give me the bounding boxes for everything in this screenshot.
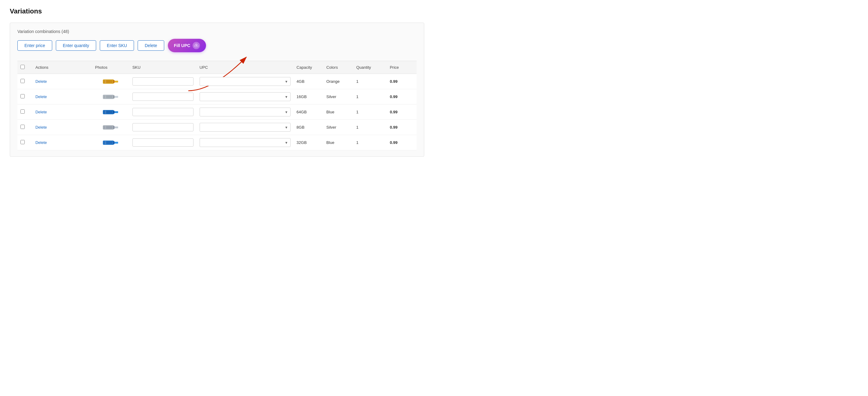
usb-image: [95, 139, 126, 147]
row-actions-cell: Delete: [32, 105, 92, 120]
row-sku-cell[interactable]: [129, 135, 196, 150]
row-checkbox[interactable]: [21, 125, 25, 129]
row-delete-link[interactable]: Delete: [35, 125, 47, 130]
fill-upc-button[interactable]: Fill UPC: [168, 39, 206, 52]
page-container: Variations Variation combinations (48) E…: [0, 0, 434, 164]
row-price-cell: 0.99: [387, 74, 416, 89]
row-checkbox[interactable]: [21, 94, 25, 98]
quantity-value: 1: [356, 79, 358, 84]
header-actions: Actions: [32, 61, 92, 74]
upc-select[interactable]: [199, 92, 290, 101]
row-checkbox-cell[interactable]: [18, 105, 32, 120]
row-upc-cell[interactable]: ▼: [196, 135, 293, 150]
header-select-all[interactable]: [18, 61, 32, 74]
row-checkbox[interactable]: [21, 79, 25, 83]
enter-price-button[interactable]: Enter price: [18, 40, 52, 51]
row-quantity-cell: 1: [353, 74, 387, 89]
upc-select[interactable]: [199, 123, 290, 132]
price-value: 0.99: [390, 94, 397, 99]
row-checkbox[interactable]: [21, 109, 25, 114]
upc-select[interactable]: [199, 138, 290, 147]
enter-quantity-button[interactable]: Enter quantity: [56, 40, 96, 51]
row-actions-cell: Delete: [32, 74, 92, 89]
svg-rect-15: [113, 111, 115, 114]
toolbar: Enter price Enter quantity Enter SKU Del…: [18, 39, 416, 52]
row-upc-cell[interactable]: ▼: [196, 120, 293, 135]
row-upc-cell[interactable]: ▼: [196, 74, 293, 89]
row-upc-cell[interactable]: ▼: [196, 105, 293, 120]
header-sku: SKU: [129, 61, 196, 74]
row-photo-cell: [92, 105, 129, 120]
row-sku-cell[interactable]: [129, 74, 196, 89]
row-price-cell: 0.99: [387, 89, 416, 105]
upc-select-wrapper: ▼: [199, 92, 290, 101]
price-value: 0.99: [390, 125, 397, 130]
row-checkbox-cell[interactable]: [18, 89, 32, 105]
header-upc: UPC: [196, 61, 293, 74]
row-checkbox-cell[interactable]: [18, 120, 32, 135]
select-all-checkbox[interactable]: [21, 65, 25, 69]
quantity-value: 1: [356, 110, 358, 114]
row-upc-cell[interactable]: ▼: [196, 89, 293, 105]
sku-input[interactable]: [132, 92, 193, 101]
table-row: Delete ▼ 32GB: [18, 135, 416, 150]
colors-value: Blue: [326, 110, 334, 114]
row-sku-cell[interactable]: [129, 89, 196, 105]
colors-value: Silver: [326, 94, 336, 99]
row-delete-link[interactable]: Delete: [35, 110, 47, 114]
row-checkbox-cell[interactable]: [18, 74, 32, 89]
row-photo-cell: [92, 135, 129, 150]
row-sku-cell[interactable]: [129, 105, 196, 120]
svg-rect-25: [113, 141, 115, 144]
sku-input[interactable]: [132, 123, 193, 132]
upc-select[interactable]: [199, 77, 290, 86]
table-row: Delete ▼ 16GB: [18, 89, 416, 105]
upc-select[interactable]: [199, 108, 290, 116]
colors-value: Blue: [326, 140, 334, 145]
usb-image: [95, 123, 126, 132]
row-delete-link[interactable]: Delete: [35, 94, 47, 99]
cloud-upload-icon: [193, 42, 200, 49]
colors-value: Silver: [326, 125, 336, 130]
capacity-value: 64GB: [297, 110, 307, 114]
header-colors: Colors: [323, 61, 353, 74]
header-photos: Photos: [92, 61, 129, 74]
sku-input[interactable]: [132, 108, 193, 116]
row-checkbox[interactable]: [21, 140, 25, 144]
svg-rect-24: [114, 142, 118, 144]
upc-select-wrapper: ▼: [199, 138, 290, 147]
row-delete-link[interactable]: Delete: [35, 79, 47, 84]
svg-rect-21: [105, 126, 106, 129]
table-row: Delete ▼ 4GB: [18, 74, 416, 89]
capacity-value: 4GB: [297, 79, 305, 84]
row-price-cell: 0.99: [387, 105, 416, 120]
row-capacity-cell: 64GB: [293, 105, 323, 120]
header-quantity: Quantity: [353, 61, 387, 74]
row-photo-cell: [92, 74, 129, 89]
svg-rect-5: [113, 80, 115, 83]
row-colors-cell: Orange: [323, 74, 353, 89]
upc-select-wrapper: ▼: [199, 108, 290, 116]
upc-select-wrapper: ▼: [199, 123, 290, 132]
row-photo-cell: [92, 120, 129, 135]
price-value: 0.99: [390, 140, 397, 145]
fill-upc-label: Fill UPC: [174, 43, 190, 48]
row-delete-link[interactable]: Delete: [35, 140, 47, 145]
row-quantity-cell: 1: [353, 120, 387, 135]
table-row: Delete ▼ 64GB: [18, 105, 416, 120]
sku-input[interactable]: [132, 77, 193, 86]
sku-input[interactable]: [132, 138, 193, 147]
header-capacity: Capacity: [293, 61, 323, 74]
row-checkbox-cell[interactable]: [18, 135, 32, 150]
table-row: Delete ▼ 8GB: [18, 120, 416, 135]
row-sku-cell[interactable]: [129, 120, 196, 135]
quantity-value: 1: [356, 125, 358, 130]
capacity-value: 32GB: [297, 140, 307, 145]
row-colors-cell: Blue: [323, 105, 353, 120]
row-colors-cell: Silver: [323, 89, 353, 105]
row-photo-cell: [92, 89, 129, 105]
delete-button[interactable]: Delete: [138, 40, 164, 51]
upc-select-wrapper: ▼: [199, 77, 290, 86]
svg-rect-10: [113, 95, 115, 98]
enter-sku-button[interactable]: Enter SKU: [100, 40, 134, 51]
